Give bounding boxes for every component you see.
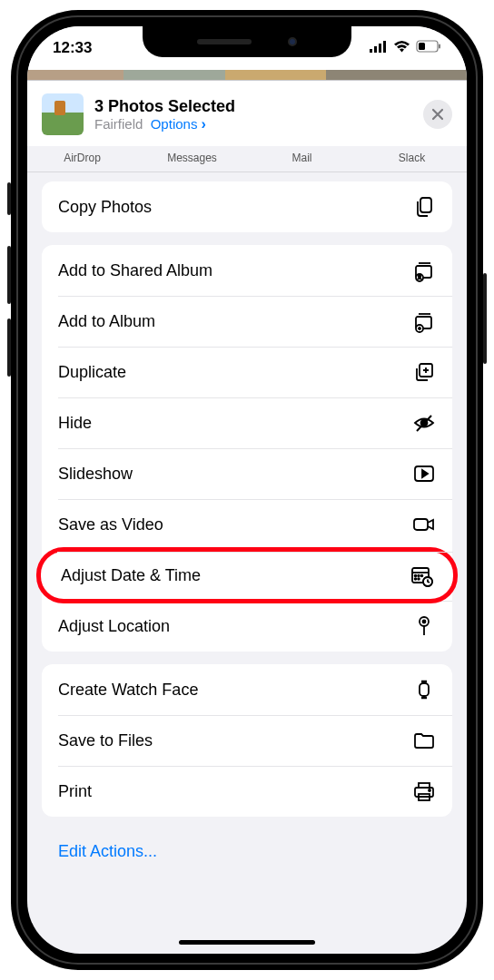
- svg-rect-27: [420, 683, 429, 696]
- action-hide[interactable]: Hide: [42, 397, 452, 448]
- calendar-clock-icon: [410, 564, 433, 587]
- selection-thumbnail: [42, 93, 84, 135]
- action-label: Print: [58, 782, 92, 801]
- action-label: Copy Photos: [58, 198, 152, 217]
- action-label: Create Watch Face: [58, 681, 198, 700]
- svg-rect-1: [374, 46, 377, 53]
- folder-icon: [412, 729, 436, 752]
- share-app-messages[interactable]: Messages: [137, 152, 247, 164]
- action-label: Adjust Location: [58, 617, 170, 636]
- svg-point-19: [418, 575, 420, 577]
- share-app-airdrop[interactable]: AirDrop: [27, 152, 137, 164]
- device-notch: [143, 26, 351, 57]
- svg-rect-0: [370, 49, 372, 53]
- svg-rect-7: [420, 198, 431, 212]
- album-icon: [412, 309, 436, 333]
- share-sheet-header: 3 Photos Selected Fairfield Options ›: [27, 81, 467, 146]
- selection-title: 3 Photos Selected: [94, 97, 412, 116]
- home-indicator[interactable]: [179, 940, 315, 945]
- svg-point-10: [419, 275, 421, 278]
- svg-point-18: [415, 575, 417, 577]
- action-label: Add to Shared Album: [58, 261, 212, 280]
- battery-icon: [416, 39, 441, 57]
- hide-icon: [412, 411, 436, 435]
- action-create-watch-face[interactable]: Create Watch Face: [42, 664, 452, 715]
- shared-album-icon: [412, 259, 436, 282]
- action-add-album[interactable]: Add to Album: [42, 296, 452, 347]
- action-print[interactable]: Print: [42, 766, 452, 817]
- action-add-shared-album[interactable]: Add to Shared Album: [42, 245, 452, 296]
- cellular-icon: [370, 39, 388, 57]
- action-adjust-location[interactable]: Adjust Location: [42, 601, 452, 652]
- action-duplicate[interactable]: Duplicate: [42, 347, 452, 397]
- slideshow-icon: [412, 462, 436, 485]
- action-label: Add to Album: [58, 312, 155, 331]
- action-adjust-date-time[interactable]: Adjust Date & Time: [36, 547, 458, 603]
- action-save-to-files[interactable]: Save to Files: [42, 715, 452, 766]
- action-label: Duplicate: [58, 363, 126, 382]
- action-slideshow[interactable]: Slideshow: [42, 448, 452, 499]
- share-apps-row[interactable]: AirDrop Messages Mail Slack C: [27, 146, 467, 172]
- svg-rect-29: [419, 783, 430, 788]
- watch-icon: [412, 678, 436, 701]
- svg-point-21: [415, 578, 417, 580]
- video-icon: [412, 513, 436, 536]
- svg-rect-5: [419, 43, 425, 50]
- svg-rect-2: [379, 44, 381, 53]
- chevron-right-icon: ›: [202, 116, 206, 132]
- action-label: Save to Files: [58, 731, 153, 750]
- svg-point-26: [423, 621, 426, 623]
- location-label: Fairfield: [94, 116, 143, 132]
- photo-strip-backdrop: [27, 70, 467, 81]
- edit-actions-link[interactable]: Edit Actions...: [42, 829, 452, 874]
- copy-icon: [412, 195, 436, 219]
- svg-rect-6: [439, 44, 440, 49]
- printer-icon: [412, 779, 436, 803]
- action-label: Slideshow: [58, 465, 133, 484]
- svg-point-20: [421, 575, 423, 577]
- wifi-icon: [393, 39, 410, 57]
- action-label: Save as Video: [58, 515, 163, 534]
- svg-rect-16: [414, 519, 428, 530]
- options-link[interactable]: Options ›: [151, 116, 206, 132]
- status-time: 12:33: [53, 39, 92, 57]
- svg-rect-3: [383, 41, 386, 53]
- svg-point-31: [429, 789, 430, 791]
- duplicate-icon: [412, 360, 436, 384]
- action-label: Adjust Date & Time: [61, 566, 201, 585]
- action-copy-photos[interactable]: Copy Photos: [42, 181, 452, 232]
- location-pin-icon: [412, 614, 436, 638]
- share-app-mail[interactable]: Mail: [247, 152, 357, 164]
- action-save-video[interactable]: Save as Video: [42, 499, 452, 550]
- close-button[interactable]: [423, 100, 452, 129]
- share-app-slack[interactable]: Slack: [357, 152, 467, 164]
- action-label: Hide: [58, 414, 92, 433]
- svg-point-22: [418, 578, 420, 580]
